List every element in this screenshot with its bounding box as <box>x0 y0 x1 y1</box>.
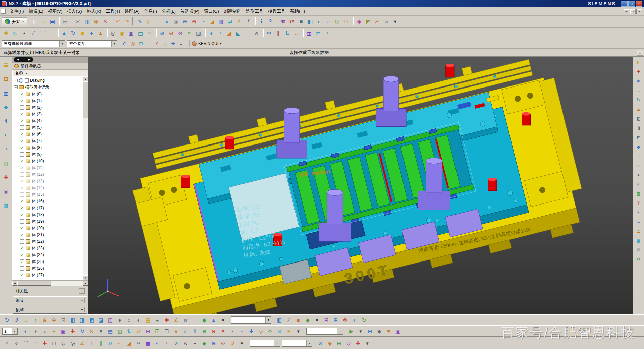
maximize-button[interactable]: □ <box>628 1 635 7</box>
render-icon[interactable]: ◩ <box>364 17 373 26</box>
nav-back-button[interactable]: ◀ <box>17 58 19 61</box>
snap-intersection-toggle-icon[interactable]: ✚ <box>169 40 177 47</box>
delete-icon[interactable]: ✕ <box>101 17 110 26</box>
hd3d-tools-icon[interactable]: ℹ <box>2 117 10 125</box>
point-tool-icon[interactable]: ✚ <box>40 339 49 347</box>
chevron-down-icon[interactable]: ▼ <box>111 41 117 47</box>
zoom-fit-icon[interactable]: ⊡ <box>59 316 68 325</box>
interrupt-icon[interactable]: ✕ <box>218 327 228 336</box>
tree-item-body[interactable]: ✓ 体 (20) <box>12 225 83 231</box>
tree-item-body[interactable]: ✓ 体 (27) <box>12 272 83 278</box>
datum-csys-icon[interactable]: ✚ <box>2 29 11 38</box>
start-menu-button[interactable]: 开始 ▾ <box>2 17 27 26</box>
help-icon[interactable]: ? <box>266 17 275 26</box>
menu-item[interactable]: 造型工具 <box>244 7 266 15</box>
tree-item-model-history[interactable]: − 模型历史记录 <box>12 84 83 91</box>
wireframe-view-icon[interactable]: ○ <box>324 17 333 26</box>
menu-item[interactable]: 编辑(E) <box>26 7 46 15</box>
tree-item-body[interactable]: ✓ 体 (25) <box>12 258 83 265</box>
dimension-icon[interactable]: ± <box>162 339 171 347</box>
tree-item-body[interactable]: ✓ 体 (6) <box>12 131 83 137</box>
chamfer-feature-icon[interactable]: ◢ <box>225 29 234 38</box>
print-icon[interactable]: ▤ <box>61 17 70 26</box>
rotate-cw-icon[interactable]: ↻ <box>2 316 12 325</box>
copy-to-layer-icon[interactable]: ⇄ <box>134 327 143 336</box>
undo-curve-icon[interactable]: ↺ <box>228 339 237 347</box>
menu-item[interactable]: 帮助(H) <box>288 7 307 15</box>
guide-pillar[interactable] <box>277 108 307 158</box>
clip-section-icon[interactable]: ✂ <box>635 209 642 216</box>
tree-item-body[interactable]: ✓ 体 (19) <box>12 218 83 225</box>
toolbar-overflow-icon[interactable]: ▾ <box>391 17 400 26</box>
snap-center-b-icon[interactable]: ◉ <box>325 339 334 347</box>
interpart-link-icon[interactable]: ⊗ <box>340 316 350 325</box>
shell-icon[interactable]: □ <box>243 29 252 38</box>
show-icon[interactable]: ◒ <box>40 327 49 336</box>
subtract-icon[interactable]: ⊖ <box>190 17 199 26</box>
orient-wcs-icon[interactable]: ▲ <box>209 316 218 325</box>
tree-item-body[interactable]: ✓ 体 (23) <box>12 245 83 251</box>
menu-item[interactable]: 模具工具 <box>266 7 288 15</box>
orient-view-icon[interactable]: ◧ <box>635 59 642 66</box>
cylinder-icon[interactable]: ● <box>87 29 96 38</box>
view-selector-combo[interactable]: ▼ <box>231 316 271 324</box>
system-scene-icon[interactable]: ▨ <box>2 201 10 210</box>
assembly-navigator-icon[interactable]: ▤ <box>2 61 10 69</box>
sew-icon[interactable]: ≈ <box>185 29 194 38</box>
constraint-navigator-icon[interactable]: ⊞ <box>2 75 10 83</box>
checkbox-icon[interactable]: ✓ <box>20 273 24 277</box>
move-to-layer-icon[interactable]: ⇅ <box>124 327 134 336</box>
tree-item-body[interactable]: ✓ 体 (0) <box>12 91 83 97</box>
zoom-icon[interactable]: ⊕ <box>635 77 642 84</box>
pan-icon[interactable]: ↔ <box>635 87 642 94</box>
select-component-icon[interactable]: ◆ <box>303 316 312 325</box>
red-stop-cylinder[interactable] <box>522 112 531 125</box>
snap-quadrant-toggle-icon[interactable]: ◇ <box>161 40 169 47</box>
checkbox-icon[interactable]: ✓ <box>20 213 24 217</box>
3d-viewport-canvas[interactable]: 300T 闭模高度: 550mm 送料高度: 330(送料高度做限150) <box>88 57 633 314</box>
chevron-down-icon[interactable]: ▼ <box>12 328 17 334</box>
menu-item[interactable]: 首选项(P) <box>178 7 202 15</box>
tree-item-body[interactable]: ✓ 体 (12) <box>12 171 83 178</box>
unhighlight-icon[interactable]: ☆ <box>181 327 190 336</box>
show-hide-icon[interactable]: ◐ <box>21 327 31 336</box>
material-icon[interactable]: ◆ <box>355 17 364 26</box>
extrude-icon[interactable]: ▲ <box>162 17 171 26</box>
mirror-feature-icon[interactable]: ⇄ <box>314 29 323 38</box>
diameter-dim-icon[interactable]: ⌀ <box>181 316 190 325</box>
tree-item-body[interactable]: ✓ 体 (8) <box>12 144 83 151</box>
face-blend-icon[interactable]: ◔ <box>216 29 225 38</box>
top-view2-icon[interactable]: ◩ <box>87 316 96 325</box>
open-icon[interactable]: ▱ <box>39 17 48 26</box>
layer-settings-b-icon[interactable]: ≡ <box>96 327 106 336</box>
regenerate-icon[interactable]: ↻ <box>359 316 369 325</box>
hole-feature-icon[interactable]: ◎ <box>109 29 118 38</box>
half-shaded-icon[interactable]: ◐ <box>134 316 143 325</box>
tree-item-drawing[interactable]: + Drawing <box>12 77 83 84</box>
sketch-icon[interactable]: ✎ <box>135 17 144 26</box>
copy-icon[interactable]: ▥ <box>83 17 92 26</box>
crosshair-icon[interactable]: ✚ <box>353 339 363 347</box>
menu-item[interactable]: 装配(A) <box>122 7 142 15</box>
expand-icon[interactable]: + <box>14 79 18 82</box>
paste-icon[interactable]: ▦ <box>92 17 101 26</box>
checkbox-icon[interactable]: ✓ <box>20 139 24 143</box>
shaded2-icon[interactable]: ● <box>115 316 124 325</box>
snap-grid-toggle-icon[interactable]: ⊞ <box>137 40 145 47</box>
snap-center-icon[interactable]: ◎ <box>256 327 265 336</box>
tree-item-body[interactable]: ✓ 体 (16) <box>12 198 83 205</box>
menu-item[interactable]: 窗口(O) <box>202 7 221 15</box>
user-menu[interactable]: KEVIN CUI ▾ <box>189 40 224 47</box>
shaded-view-icon[interactable]: ◐ <box>315 17 324 26</box>
command-list-icon[interactable]: ≡ <box>384 327 393 336</box>
red-stop-cylinder[interactable] <box>181 175 190 188</box>
tree-item-body[interactable]: ✓ 体 (21) <box>12 231 83 238</box>
new-file-icon[interactable]: ▯ <box>30 17 39 26</box>
tree-item-body[interactable]: ✓ 体 (11) <box>12 164 83 171</box>
csys-display2-icon[interactable]: ✚ <box>162 316 171 325</box>
draft-icon[interactable]: ◣ <box>234 29 243 38</box>
layer-tool-icon[interactable]: ≡ <box>635 218 642 225</box>
point-icon[interactable]: • <box>20 29 29 38</box>
thread-icon[interactable]: ⌀ <box>252 29 261 38</box>
class-selection-icon[interactable]: ⊞ <box>143 327 153 336</box>
